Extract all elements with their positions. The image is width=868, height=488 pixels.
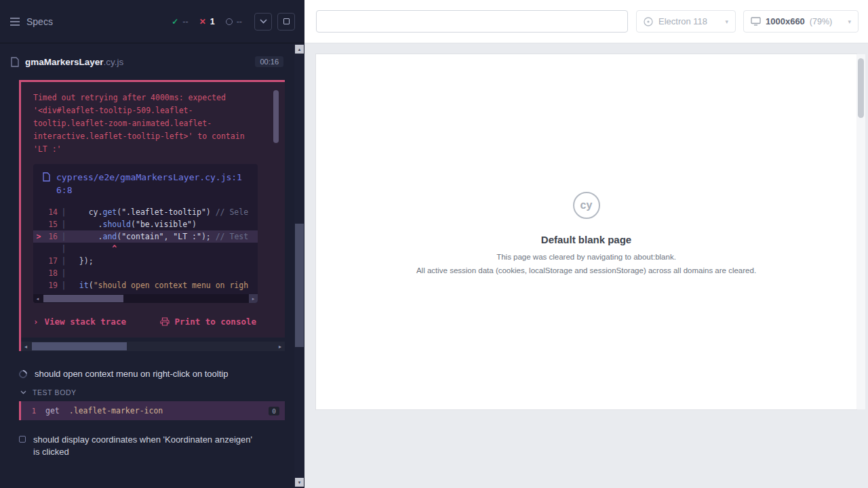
test-stats: ✓ -- ✕ 1 --: [172, 17, 242, 26]
running-test-row[interactable]: should open context menu on right-click …: [19, 369, 284, 379]
viewport-icon: [751, 17, 761, 26]
code-scroll-track[interactable]: [42, 294, 249, 303]
aut-iframe: cy Default blank page This page was clea…: [316, 54, 856, 409]
print-icon: [160, 317, 170, 326]
error-vertical-scroll-thumb[interactable]: [273, 90, 279, 143]
scroll-right-arrow-icon[interactable]: ▸: [249, 294, 258, 303]
error-horizontal-scrollbar: ◂ ▸: [21, 342, 285, 351]
blank-page-title: Default blank page: [316, 234, 856, 245]
command-method: get: [45, 406, 60, 415]
scroll-down-arrow-icon[interactable]: ▾: [295, 478, 304, 487]
running-test-title: should open context menu on right-click …: [35, 369, 228, 379]
specs-list-button[interactable]: Specs: [9, 16, 53, 27]
app-root: Specs ✓ -- ✕ 1 --: [0, 0, 868, 488]
chevron-down-icon: ▾: [848, 18, 851, 25]
run-controls: [254, 13, 295, 30]
url-input[interactable]: [316, 10, 628, 33]
stat-failed: ✕ 1: [199, 17, 215, 26]
chevron-down-icon: [260, 19, 267, 24]
code-scroll-thumb[interactable]: [43, 295, 123, 302]
print-to-console-button[interactable]: Print to console: [160, 317, 256, 327]
viewport-info[interactable]: 1000x660 (79%) ▾: [743, 10, 859, 33]
browser-label: Electron 118: [658, 16, 707, 26]
command-message: .leaflet-marker-icon: [69, 406, 269, 415]
error-scroll-track[interactable]: [31, 342, 275, 351]
code-line: 17| });: [33, 255, 258, 267]
chevron-down-icon: ▾: [725, 18, 728, 25]
code-line: 14| cy.get(".leaflet-tooltip") // Sele: [33, 206, 258, 218]
command-count-badge: 0: [269, 407, 279, 415]
code-line: 18|: [33, 267, 258, 279]
error-box: Timed out retrying after 4000ms: expecte…: [21, 82, 285, 338]
reporter-panel: Specs ✓ -- ✕ 1 --: [0, 0, 304, 488]
passed-check-icon: ✓: [172, 17, 178, 26]
stop-run-button[interactable]: [277, 13, 295, 30]
code-frame-header: cypress/e2e/gmaMarkersLayer.cy.js:16:8: [33, 164, 258, 202]
scroll-left-arrow-icon[interactable]: ◂: [21, 342, 31, 351]
viewport-size: 1000x660: [766, 16, 805, 26]
stat-passed: ✓ --: [172, 17, 188, 26]
pending-test-title: should display coordinates when 'Koordin…: [33, 434, 258, 458]
command-number: 1: [21, 407, 36, 415]
specs-label: Specs: [26, 16, 53, 27]
chevron-right-icon: ›: [33, 317, 39, 327]
blank-page-message-1: This page was cleared by navigating to a…: [316, 251, 856, 262]
scroll-left-arrow-icon[interactable]: ◂: [33, 294, 42, 303]
spec-file-row: gmaMarkersLayer.cy.js 00:16: [0, 47, 294, 76]
scroll-right-arrow-icon[interactable]: ▸: [275, 342, 285, 351]
code-frame: cypress/e2e/gmaMarkersLayer.cy.js:16:8 1…: [33, 164, 258, 303]
aut-header: Electron 118 ▾ 1000x660 (79%) ▾: [304, 0, 868, 43]
code-line: | ^: [33, 243, 258, 255]
failed-attempt-region: Timed out retrying after 4000ms: expecte…: [19, 80, 285, 351]
code-lines: 14| cy.get(".leaflet-tooltip") // Sele 1…: [33, 202, 258, 294]
running-spinner-icon: [18, 368, 29, 380]
spec-duration-badge: 00:16: [255, 56, 283, 67]
code-horizontal-scrollbar: ◂ ▸: [33, 294, 258, 303]
browser-icon: [644, 17, 653, 26]
pending-circle-icon: [226, 18, 233, 25]
reporter-header: Specs ✓ -- ✕ 1 --: [0, 0, 304, 43]
spec-file-name: gmaMarkersLayer.cy.js: [25, 57, 123, 67]
spec-file-icon: [11, 57, 19, 67]
reporter-vertical-scrollbar: ▴ ▾: [294, 43, 304, 488]
reporter-scroll-thumb[interactable]: [295, 224, 304, 347]
pending-test-row[interactable]: should display coordinates when 'Koordin…: [19, 434, 258, 458]
test-body-label: TEST BODY: [33, 388, 77, 396]
code-file-icon: [43, 172, 50, 197]
browser-select[interactable]: Electron 118 ▾: [636, 10, 736, 33]
test-body-toggle[interactable]: TEST BODY: [20, 388, 77, 396]
code-line: 15| .should("be.visible"): [33, 218, 258, 230]
command-log-row[interactable]: 1 get .leaflet-marker-icon 0: [19, 401, 285, 420]
specs-menu-icon: [9, 17, 20, 26]
collapse-all-button[interactable]: [254, 13, 272, 30]
error-scroll-thumb[interactable]: [32, 342, 127, 350]
aut-scroll-thumb[interactable]: [858, 58, 864, 118]
error-message: Timed out retrying after 4000ms: expecte…: [33, 92, 258, 156]
stop-icon: [283, 18, 290, 24]
stat-pending: --: [226, 17, 242, 26]
blank-page-content: cy Default blank page This page was clea…: [316, 54, 856, 276]
code-file-link[interactable]: cypress/e2e/gmaMarkersLayer.cy.js:16:8: [56, 171, 250, 197]
cypress-logo: cy: [573, 192, 600, 219]
code-line: 19| it("should open context menu on righ: [33, 279, 258, 291]
aut-vertical-scrollbar: [856, 54, 865, 409]
viewport-scale: (79%): [810, 17, 832, 26]
blank-page-message-2: All active session data (cookies, localS…: [316, 265, 856, 276]
scroll-up-arrow-icon[interactable]: ▴: [295, 45, 304, 54]
code-line: >16| .and("contain", "LT :"); // Test: [33, 230, 258, 243]
aut-body: cy Default blank page This page was clea…: [304, 43, 868, 488]
failed-x-icon: ✕: [199, 17, 206, 26]
queued-test-icon: [19, 436, 26, 443]
chevron-down-icon: [20, 390, 26, 394]
error-actions: › View stack trace Print to console: [33, 317, 258, 327]
view-stack-trace-link[interactable]: › View stack trace: [33, 317, 126, 327]
